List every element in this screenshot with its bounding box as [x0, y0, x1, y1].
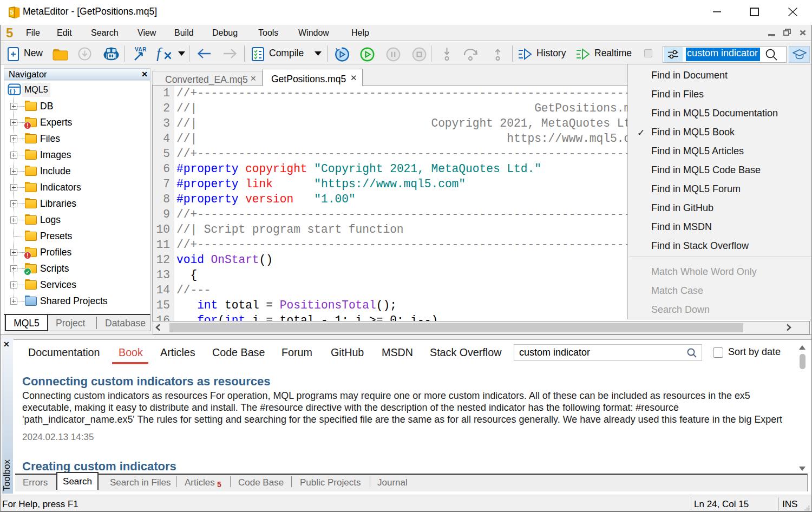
svg-text:{ }: { }: [9, 88, 16, 94]
svg-text:VAR: VAR: [135, 47, 147, 52]
svg-text:5: 5: [10, 9, 14, 16]
svg-text:f: f: [156, 45, 162, 61]
